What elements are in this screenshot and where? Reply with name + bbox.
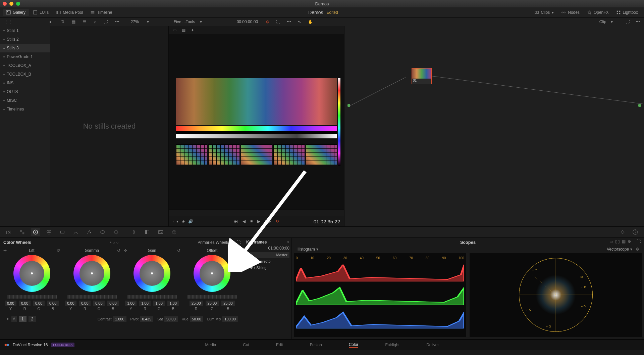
gallery-menu-icon[interactable]: ⋮⋮: [3, 19, 13, 25]
kf-enable-icon[interactable]: ●: [246, 266, 249, 270]
keyframes-timecode[interactable]: 01:00:00:00: [246, 246, 289, 251]
lift-g-value[interactable]: 0.00: [33, 301, 45, 306]
viewer-3d-icon[interactable]: ◈: [182, 219, 185, 224]
node-01[interactable]: 01: [412, 68, 432, 84]
blur-icon[interactable]: [129, 228, 139, 236]
nodes-scope-clip[interactable]: Clip: [599, 19, 606, 24]
curves-icon[interactable]: [71, 228, 80, 236]
stop-button[interactable]: ■: [250, 219, 253, 224]
node-graph-output[interactable]: [638, 104, 641, 107]
viewer-options-icon[interactable]: ▭▾: [173, 219, 178, 224]
rgb-mixer-icon[interactable]: [44, 228, 54, 236]
window-close-button[interactable]: [3, 2, 7, 6]
color-page-button[interactable]: Color: [349, 342, 359, 348]
key-icon[interactable]: [143, 228, 152, 236]
gallery-item-toolbox-b[interactable]: ▫TOOLBOX_B: [0, 70, 50, 79]
gain-master-jog[interactable]: [127, 295, 177, 299]
lummix-value[interactable]: 100.00: [222, 316, 238, 322]
keyframe-mode-icon[interactable]: [618, 228, 627, 236]
more-icon[interactable]: •••: [114, 19, 121, 25]
pointer-tool-icon[interactable]: ↖: [297, 19, 303, 25]
offset-color-wheel[interactable]: [194, 255, 230, 292]
gamma-color-wheel[interactable]: [73, 255, 110, 292]
nodes-more-icon[interactable]: •••: [634, 19, 641, 25]
kf-corrector-track[interactable]: ●◆›Correcto: [246, 258, 289, 264]
adjustments-page-1[interactable]: 1: [19, 316, 26, 322]
pivot-value[interactable]: 0.435: [140, 316, 153, 322]
reset-icon[interactable]: ↺: [237, 248, 240, 253]
step-back-button[interactable]: ◀: [243, 219, 246, 224]
gallery-item-stills1[interactable]: ▫Stills 1: [0, 26, 50, 35]
gamma-g-value[interactable]: 0.00: [93, 301, 105, 306]
window-maximize-button[interactable]: [16, 2, 20, 6]
nodes-tab[interactable]: Nodes: [558, 9, 583, 16]
lift-color-wheel[interactable]: [13, 255, 50, 292]
info-icon[interactable]: [631, 228, 640, 236]
viewer-timecode[interactable]: 01:02:35:22: [314, 219, 340, 224]
gallery-item-toolbox-a[interactable]: ▫TOOLBOX_A: [0, 61, 50, 70]
motion-effects-icon[interactable]: [58, 228, 67, 236]
reset-icon[interactable]: ↺: [57, 248, 60, 253]
kf-key-icon[interactable]: ◆: [250, 265, 253, 270]
histogram-label[interactable]: Histogram: [297, 247, 315, 252]
kf-sizing-track[interactable]: ●◆›Sizing: [246, 264, 289, 271]
tracking-icon[interactable]: [111, 228, 121, 236]
contrast-value[interactable]: 1.000: [113, 316, 126, 322]
play-button[interactable]: ▶: [257, 219, 260, 224]
lift-b-value[interactable]: 0.00: [47, 301, 59, 306]
scopes-settings-icon[interactable]: ⚙: [628, 239, 631, 244]
gallery-item-powergrade1[interactable]: ▫PowerGrade 1: [0, 52, 50, 61]
expand-icon[interactable]: ⛶: [102, 19, 109, 25]
reset-icon[interactable]: ↺: [177, 248, 180, 253]
auto-balance-icon[interactable]: ✦: [6, 317, 9, 321]
gain-r-value[interactable]: 1.00: [139, 301, 151, 306]
gallery-item-stills3[interactable]: ▫Stills 3: [0, 44, 50, 52]
gallery-tab[interactable]: Gallery: [3, 9, 29, 16]
lift-r-value[interactable]: 0.00: [19, 301, 31, 306]
primaries-mode-selector[interactable]: Primaries Wheels ▾ ⛶: [198, 240, 240, 245]
gamma-r-value[interactable]: 0.00: [79, 301, 91, 306]
viewer-mode2-icon[interactable]: ▦: [180, 27, 187, 33]
fusion-page-button[interactable]: Fusion: [310, 343, 322, 347]
panel-expand-icon[interactable]: ⛶: [236, 240, 240, 245]
step-forward-button[interactable]: ▶▶: [265, 219, 271, 224]
sat-value[interactable]: 50.00: [164, 316, 178, 322]
color-wheels-icon[interactable]: [31, 228, 40, 236]
sort-icon[interactable]: ⇅: [60, 19, 66, 25]
nodes-panel[interactable]: 01: [344, 26, 644, 226]
zoom-level[interactable]: 27%: [131, 19, 139, 24]
3d-icon[interactable]: [169, 228, 179, 236]
scopes-layout2-icon[interactable]: ▯▯: [615, 239, 620, 244]
gallery-item-outs[interactable]: ▫OUTS: [0, 87, 50, 96]
edit-page-button[interactable]: Edit: [276, 343, 283, 347]
search-icon[interactable]: ⌕: [93, 19, 98, 25]
hue-value[interactable]: 50.00: [190, 316, 203, 322]
gain-y-value[interactable]: 1.00: [125, 301, 137, 306]
gain-color-wheel[interactable]: [133, 255, 170, 292]
lift-y-value[interactable]: 0.00: [5, 301, 16, 306]
sizing-icon[interactable]: [156, 228, 165, 236]
fullscreen-icon[interactable]: ⛶: [275, 19, 281, 25]
offset-b-value[interactable]: 25.00: [221, 301, 235, 306]
offset-g-value[interactable]: 25.00: [206, 301, 219, 306]
scope-settings-icon[interactable]: ⚙: [636, 247, 639, 252]
qualifier-icon[interactable]: [85, 228, 94, 236]
loop-button[interactable]: ↻: [276, 219, 279, 224]
viewer-timeline[interactable]: [169, 210, 344, 216]
clip-scope-chevron-icon[interactable]: ▾: [609, 19, 614, 25]
gallery-item-ins[interactable]: ▫INS: [0, 79, 50, 87]
gain-g-value[interactable]: 1.00: [153, 301, 165, 306]
lift-master-jog[interactable]: [7, 295, 57, 299]
viewer-audio-icon[interactable]: 🔊: [188, 219, 193, 224]
lightbox-tab[interactable]: Lightbox: [613, 9, 641, 16]
kf-master-track[interactable]: Master: [246, 252, 289, 258]
list-view-icon[interactable]: ☰: [82, 19, 88, 25]
go-to-start-button[interactable]: ⏮: [234, 219, 238, 224]
viewer-more-icon[interactable]: •••: [285, 19, 292, 25]
offset-r-value[interactable]: 25.00: [190, 301, 203, 306]
clip-chevron-icon[interactable]: ▾: [199, 19, 203, 25]
window-minimize-button[interactable]: [9, 2, 13, 6]
reset-icon[interactable]: ↺: [117, 248, 120, 253]
camera-raw-icon[interactable]: [4, 228, 13, 236]
scopes-layout1-icon[interactable]: ▭: [609, 239, 613, 244]
